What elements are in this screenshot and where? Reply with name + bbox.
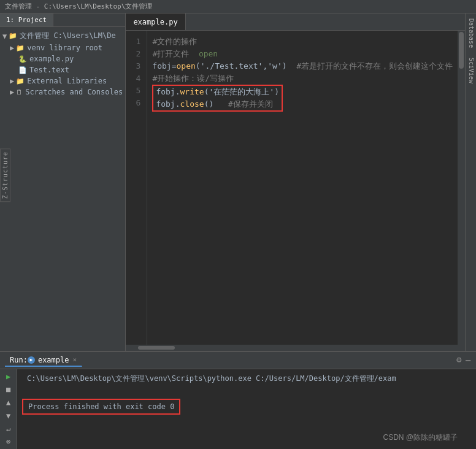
tree-label-ext: External Libraries	[27, 77, 107, 85]
folder-icon-root: 📁	[9, 32, 17, 40]
line-num-2: 2	[126, 48, 144, 60]
run-tab-close[interactable]: ×	[72, 356, 77, 364]
line-num-3: 3	[126, 60, 144, 72]
bottom-tab-actions: ⚙ −	[456, 355, 471, 366]
code-line-4: #开始操作：读/写操作	[152, 72, 453, 85]
editor-tab-label: example.py	[133, 18, 177, 26]
top-bar: 文件管理 - C:\Users\LM\Desktop\文件管理	[0, 0, 476, 13]
sidebar-tab-project[interactable]: 1: Project	[0, 13, 53, 26]
editor-tab-example[interactable]: example.py	[126, 13, 185, 30]
app-container: 文件管理 - C:\Users\LM\Desktop\文件管理 1: Proje…	[0, 0, 476, 449]
process-finished-box: Process finished with exit code 0	[22, 399, 180, 415]
line-num-1: 1	[126, 36, 144, 48]
code-line-1: #文件的操作	[152, 36, 453, 48]
run-config-icon: ▶	[28, 356, 35, 364]
right-labels: Database SciView	[465, 13, 476, 351]
scratches-icon: 🗒	[16, 88, 23, 96]
tree-item-venv[interactable]: ▶ 📁 venv library root	[0, 42, 125, 53]
code-editor[interactable]: #文件的操作 #打开文件 open fobj=open('./Test.text…	[147, 31, 458, 345]
run-config-name: example	[38, 356, 69, 364]
run-label: Run:	[10, 356, 28, 364]
process-finished-text: Process finished with exit code 0	[28, 402, 174, 411]
line-numbers: 1 2 3 4 5 6	[126, 31, 147, 345]
txt-icon-test: 📄	[18, 66, 27, 74]
horizontal-scrollbar[interactable]	[126, 345, 465, 351]
tree-label-example: example.py	[29, 55, 74, 63]
right-tab-database[interactable]: Database	[466, 13, 476, 53]
expand-arrow-venv: ▶	[10, 44, 14, 52]
run-button[interactable]: ▶	[2, 372, 15, 381]
bottom-tabs: Run: ▶ example × ⚙ −	[0, 352, 476, 369]
code-line-2: #打开文件 open	[152, 48, 453, 60]
line-num-6: 6	[126, 97, 144, 109]
file-tree: ▼ 📁 文件管理 C:\Users\LM\De ▶ 📁 venv library…	[0, 27, 125, 351]
side-buttons: ▶ ■ ▲ ▼ ↵ ⊗	[0, 369, 17, 449]
line-num-4: 4	[126, 72, 144, 85]
editor-area: example.py 1 2 3 4 5 6 #文件的操作 #打开文件 o	[126, 13, 465, 351]
folder-icon-venv: 📁	[16, 44, 25, 52]
sidebar-tabs: 1: Project	[0, 13, 125, 27]
editor-scrollbar[interactable]	[458, 31, 465, 345]
tree-label-venv: venv library root	[27, 44, 102, 52]
h-scroll-thumb	[138, 346, 175, 350]
code-line-3: fobj=open('./Test.text','w') #若是打开的文件不存在…	[152, 60, 453, 72]
top-bar-title: 文件管理 - C:\Users\LM\Desktop\文件管理	[5, 2, 152, 11]
expand-arrow-scratches: ▶	[10, 88, 14, 96]
folder-icon-ext: 📁	[16, 77, 25, 85]
watermark: CSDN @陈陈的糖罐子	[383, 432, 458, 443]
tree-label-scratches: Scratches and Consoles	[25, 88, 123, 96]
tree-item-ext-libs[interactable]: ▶ 📁 External Libraries	[0, 75, 125, 86]
editor-tabs: example.py	[126, 13, 465, 31]
tree-item-test[interactable]: 📄 Test.text	[0, 64, 125, 75]
editor-content: 1 2 3 4 5 6 #文件的操作 #打开文件 open fobj=open(…	[126, 31, 465, 345]
scroll-up-button[interactable]: ▲	[2, 398, 15, 407]
scroll-down-button[interactable]: ▼	[2, 411, 15, 420]
code-line-6: fobj.close() #保存并关闭	[156, 98, 279, 110]
sidebar: 1: Project ▼ 📁 文件管理 C:\Users\LM\De ▶ 📁 v…	[0, 13, 126, 351]
scrollbar-thumb	[459, 32, 464, 69]
code-line-5: fobj.write('在茫茫的大海上')	[156, 86, 279, 98]
expand-arrow-root: ▼	[2, 32, 7, 40]
tree-item-root[interactable]: ▼ 📁 文件管理 C:\Users\LM\De	[0, 29, 125, 42]
sidebar-vertical-tab-zstructure[interactable]: Z-Structure	[0, 148, 10, 202]
right-tab-sciview[interactable]: SciView	[466, 53, 476, 88]
py-icon-example: 🐍	[18, 55, 27, 63]
run-path-line: C:\Users\LM\Desktop\文件管理\venv\Scripts\py…	[22, 372, 471, 385]
settings-icon[interactable]: ⚙	[456, 355, 461, 366]
main-area: 1: Project ▼ 📁 文件管理 C:\Users\LM\De ▶ 📁 v…	[0, 13, 476, 351]
tree-item-scratches[interactable]: ▶ 🗒 Scratches and Consoles	[0, 86, 125, 98]
stop-button[interactable]: ■	[2, 385, 15, 394]
clear-button[interactable]: ⊗	[2, 437, 15, 447]
tree-label-root: 文件管理 C:\Users\LM\De	[20, 31, 115, 41]
bottom-tab-run[interactable]: Run: ▶ example ×	[5, 355, 82, 367]
wrap-button[interactable]: ↵	[2, 424, 15, 433]
expand-arrow-ext: ▶	[10, 77, 14, 85]
tree-label-test: Test.text	[29, 66, 69, 74]
minimize-icon[interactable]: −	[465, 355, 471, 366]
tree-item-example[interactable]: 🐍 example.py	[0, 53, 125, 64]
line-num-5: 5	[126, 85, 144, 97]
